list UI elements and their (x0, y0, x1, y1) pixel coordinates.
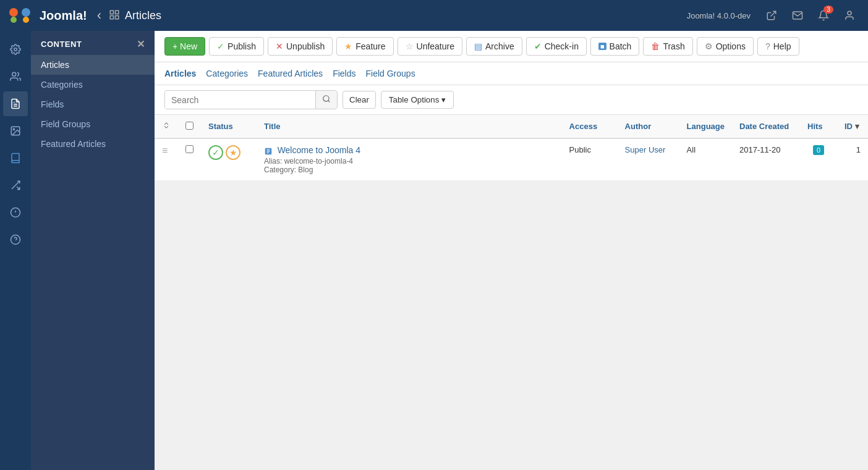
options-button[interactable]: ⚙ Options (697, 37, 754, 56)
sidebar-close-icon[interactable]: ✕ (137, 38, 145, 50)
logo[interactable]: Joomla! (7, 6, 87, 25)
svg-rect-4 (110, 10, 113, 14)
notification-badge: 3 (823, 6, 833, 14)
clear-button[interactable]: Clear (343, 91, 376, 109)
help-button[interactable]: ? Help (757, 37, 799, 56)
col-header-date-created[interactable]: Date Created (732, 115, 800, 138)
main-body: CONTENT ✕ Articles Categories Fields Fie… (0, 31, 868, 470)
external-link-icon[interactable] (760, 4, 783, 27)
archive-button[interactable]: ▤ Archive (466, 37, 522, 56)
cell-access: Public (562, 138, 618, 180)
cell-status: ✓ ★ (201, 138, 257, 180)
table-header-row: Status Title Access Author Language (155, 115, 868, 138)
article-icon (264, 147, 273, 156)
cell-date-created: 2017-11-20 (732, 138, 800, 180)
submenu-categories[interactable]: Categories (206, 67, 248, 80)
mail-icon[interactable] (786, 4, 809, 27)
svg-point-3 (23, 17, 29, 23)
featured-status-icon[interactable]: ★ (226, 145, 240, 160)
svg-point-10 (14, 48, 17, 51)
search-wrap (164, 90, 338, 109)
publish-check-icon: ✓ (217, 41, 224, 51)
notifications-icon[interactable]: 3 (812, 4, 835, 27)
submenu-fields[interactable]: Fields (333, 67, 355, 80)
submenu-articles[interactable]: Articles (164, 67, 196, 80)
status-icons: ✓ ★ (208, 145, 249, 160)
checkin-button[interactable]: ✔ Check-in (526, 37, 587, 56)
help-question-icon: ? (765, 41, 770, 51)
publish-button[interactable]: ✓ Publish (209, 37, 264, 56)
svg-point-0 (9, 8, 18, 17)
sidebar-icon-content[interactable] (3, 91, 28, 116)
published-status-icon[interactable]: ✓ (208, 145, 223, 160)
sidebar-icon-media[interactable] (3, 119, 28, 143)
svg-point-15 (13, 128, 14, 130)
cell-title: Welcome to Joomla 4 Alias: welcome-to-jo… (257, 138, 562, 180)
unfeature-button[interactable]: ☆ Unfeature (398, 37, 462, 56)
row-checkbox[interactable] (185, 145, 194, 153)
col-header-status[interactable]: Status (201, 115, 257, 138)
toolbar: + New ✓ Publish ✕ Unpublish ★ Feature ☆ … (155, 31, 868, 62)
trash-button[interactable]: 🗑 Trash (643, 37, 692, 56)
sidebar-item-fields[interactable]: Fields (31, 94, 155, 114)
submenu-featured-articles[interactable]: Featured Articles (258, 67, 323, 80)
drag-handle-icon[interactable]: ≡ (162, 145, 168, 156)
user-icon[interactable] (838, 4, 861, 27)
content-submenu: Articles Categories Featured Articles Fi… (155, 62, 868, 85)
sidebar-item-field-groups[interactable]: Field Groups (31, 114, 155, 134)
batch-button[interactable]: ■ Batch (590, 37, 639, 56)
select-all-checkbox[interactable] (185, 122, 194, 130)
sidebar-section-label: CONTENT (41, 40, 82, 49)
sidebar-toggle-icon[interactable]: ‹ (97, 7, 101, 23)
cell-hits: 0 (800, 138, 837, 180)
svg-point-2 (11, 17, 17, 23)
unpublish-button[interactable]: ✕ Unpublish (268, 37, 333, 56)
svg-rect-6 (116, 15, 119, 19)
sidebar-item-featured-articles[interactable]: Featured Articles (31, 134, 155, 154)
col-header-checkbox[interactable] (178, 115, 201, 138)
article-alias: Alias: welcome-to-joomla-4 (264, 157, 555, 166)
sidebar-icon-users[interactable] (3, 64, 28, 89)
col-header-access[interactable]: Access (562, 115, 618, 138)
articles-table: Status Title Access Author Language (155, 115, 868, 181)
svg-line-24 (328, 101, 330, 103)
brand-name: Joomla! (40, 9, 87, 23)
col-header-language[interactable]: Language (679, 115, 732, 138)
svg-rect-7 (110, 15, 113, 19)
dropdown-chevron-icon: ▾ (441, 95, 446, 104)
svg-point-11 (12, 72, 16, 76)
cell-checkbox[interactable] (178, 138, 201, 180)
topnav-actions: Joomla! 4.0.0-dev 3 (687, 4, 861, 27)
new-button[interactable]: + New (164, 37, 205, 56)
col-header-drag (155, 115, 178, 138)
sidebar-icon-extensions[interactable] (3, 200, 28, 225)
sidebar-icon-settings[interactable] (3, 37, 28, 62)
col-header-id[interactable]: ID ▾ (837, 115, 868, 138)
article-title-link[interactable]: Welcome to Joomla 4 (278, 145, 360, 155)
col-header-author[interactable]: Author (618, 115, 679, 138)
cell-author: Super User (618, 138, 679, 180)
table-area: Status Title Access Author Language (155, 115, 868, 470)
feature-button[interactable]: ★ Feature (336, 37, 393, 56)
cell-id: 1 (837, 138, 868, 180)
hits-badge: 0 (813, 145, 824, 155)
sidebar-icon-articles[interactable] (3, 146, 28, 170)
author-link[interactable]: Super User (625, 145, 666, 154)
col-header-title[interactable]: Title (257, 115, 562, 138)
top-navigation: Joomla! ‹ Articles Joomla! 4.0.0-dev (0, 0, 868, 31)
sidebar-icon-help[interactable] (3, 227, 28, 252)
sidebar-item-categories[interactable]: Categories (31, 75, 155, 94)
search-button[interactable] (315, 91, 337, 109)
search-icon (322, 94, 331, 103)
table-options-button[interactable]: Table Options ▾ (381, 91, 454, 109)
unfeature-star-icon: ☆ (406, 41, 414, 51)
search-input[interactable] (165, 91, 315, 109)
sidebar-icon-components[interactable] (3, 173, 28, 198)
checkin-icon: ✔ (534, 41, 542, 51)
cell-language: All (679, 138, 732, 180)
svg-point-1 (22, 8, 30, 17)
col-header-hits[interactable]: Hits (800, 115, 837, 138)
submenu-field-groups[interactable]: Field Groups (365, 67, 415, 80)
sidebar-item-articles[interactable]: Articles (31, 55, 155, 75)
feature-star-icon: ★ (344, 41, 352, 51)
